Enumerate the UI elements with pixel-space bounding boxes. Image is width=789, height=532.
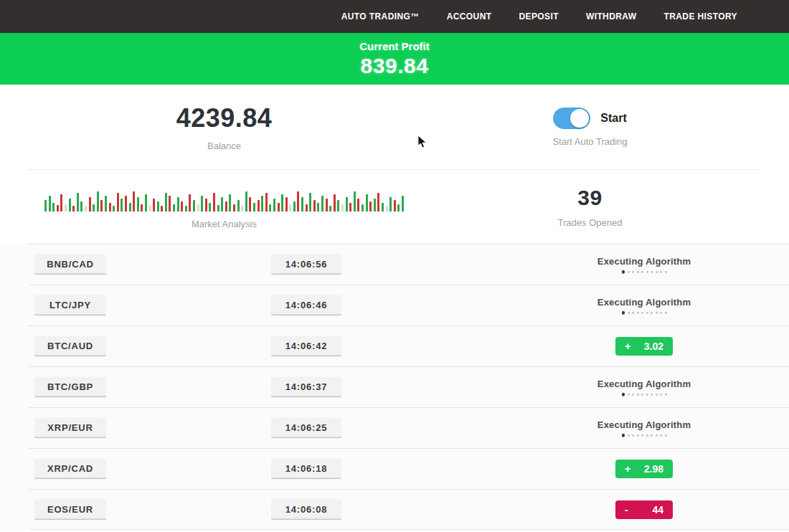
market-bar xyxy=(321,196,323,212)
market-bar xyxy=(269,204,271,212)
market-bar xyxy=(237,200,240,212)
market-bar xyxy=(193,200,195,212)
trade-row: BTC/AUD 14:06:42 +3.02 xyxy=(29,326,789,366)
market-bar xyxy=(213,193,215,212)
stats-section: 4239.84 Balance Start Start Auto Trading… xyxy=(0,85,789,244)
market-bar xyxy=(402,196,404,212)
market-bar xyxy=(337,200,339,212)
market-bar xyxy=(49,196,51,212)
market-bar xyxy=(85,206,87,212)
market-bar xyxy=(201,196,203,212)
market-bar xyxy=(349,203,351,212)
market-bar xyxy=(309,193,311,212)
trade-time: 14:06:56 xyxy=(271,255,341,275)
profit-banner: Current Profit 839.84 xyxy=(0,33,789,85)
market-bar xyxy=(278,203,280,212)
market-bar xyxy=(346,197,348,212)
market-bar xyxy=(329,206,331,212)
market-bar xyxy=(125,196,127,212)
market-bar xyxy=(397,204,400,212)
nav-item-deposit[interactable]: DEPOSIT xyxy=(519,11,558,22)
market-bar xyxy=(44,200,47,212)
market-bar xyxy=(225,201,227,212)
trade-row: EOS/EUR 14:06:08 -44 xyxy=(29,489,789,530)
market-bar xyxy=(253,203,255,212)
nav-item-withdraw[interactable]: WITHDRAW xyxy=(586,11,637,22)
progress-dots xyxy=(622,434,667,437)
market-bar xyxy=(386,206,388,212)
market-analysis-block: Market Analysis xyxy=(29,170,420,244)
market-bar xyxy=(258,200,260,212)
market-bar xyxy=(165,193,167,212)
auto-trading-block: Start Start Auto Trading xyxy=(420,85,760,169)
nav-item-trade-history[interactable]: TRADE HISTORY xyxy=(663,11,737,22)
market-bar xyxy=(89,197,91,212)
executing-label: Executing Algorithm xyxy=(597,379,691,389)
market-bar xyxy=(265,193,268,212)
market-bar xyxy=(326,199,328,212)
market-bar xyxy=(105,196,107,212)
auto-trading-toggle[interactable] xyxy=(553,108,590,129)
market-bar xyxy=(137,197,139,212)
market-bar xyxy=(334,194,336,212)
auto-trading-caption: Start Auto Trading xyxy=(552,136,627,147)
progress-dots xyxy=(622,393,667,396)
market-bar xyxy=(100,200,103,212)
market-bar xyxy=(177,197,179,212)
trades-opened-value: 39 xyxy=(577,186,602,210)
trade-status: -44 xyxy=(588,500,700,519)
nav-item-auto-trading[interactable]: AUTO TRADING™ xyxy=(341,11,420,22)
pair-label: BTC/AUD xyxy=(34,336,106,357)
progress-dots xyxy=(622,311,667,315)
balance-label: Balance xyxy=(207,141,241,151)
market-bar xyxy=(273,199,275,212)
market-bar xyxy=(369,201,372,212)
market-bar xyxy=(93,204,95,212)
market-bar xyxy=(145,194,147,212)
profit-label: Current Profit xyxy=(359,40,430,52)
market-bar xyxy=(221,197,223,212)
top-nav: AUTO TRADING™ ACCOUNT DEPOSIT WITHDRAW T… xyxy=(0,0,789,33)
executing-label: Executing Algorithm xyxy=(597,256,691,267)
market-bar xyxy=(97,191,99,212)
market-bar xyxy=(245,191,247,212)
market-bar xyxy=(205,199,207,212)
market-bar xyxy=(72,206,75,212)
market-bar xyxy=(374,199,376,212)
trade-status: Executing Algorithm xyxy=(588,297,700,315)
market-bar xyxy=(141,204,143,212)
balance-block: 4239.84 Balance xyxy=(29,85,420,169)
market-bar xyxy=(382,203,384,212)
trade-row: BTC/GBP 14:06:37 Executing Algorithm xyxy=(29,366,789,407)
loss-badge: -44 xyxy=(615,500,673,519)
balance-value: 4239.84 xyxy=(176,103,273,133)
market-bar xyxy=(354,191,356,212)
trade-row: LTC/JPY 14:06:46 Executing Algorithm xyxy=(29,285,789,326)
executing-label: Executing Algorithm xyxy=(597,297,691,308)
market-bar xyxy=(241,206,243,212)
market-bar xyxy=(289,205,291,212)
profit-badge: +2.98 xyxy=(615,460,673,478)
market-bar xyxy=(217,205,219,212)
market-bar xyxy=(77,193,79,212)
market-bar xyxy=(133,191,135,212)
market-bar xyxy=(229,194,231,212)
toggle-knob xyxy=(570,109,589,128)
market-bar xyxy=(65,204,67,212)
market-bar xyxy=(121,199,123,212)
market-bar xyxy=(285,197,288,212)
market-bar xyxy=(297,191,299,212)
pair-label: XRP/EUR xyxy=(34,418,106,439)
market-bar xyxy=(149,205,151,212)
market-bar xyxy=(357,199,359,212)
trades-list: BNB/CAD 14:06:56 Executing Algorithm LTC… xyxy=(0,244,789,530)
market-bar xyxy=(209,203,211,212)
market-bar xyxy=(281,194,283,212)
trade-time: 14:06:25 xyxy=(271,418,341,439)
nav-item-account[interactable]: ACCOUNT xyxy=(447,11,492,22)
market-bar xyxy=(233,204,235,212)
executing-label: Executing Algorithm xyxy=(597,419,691,430)
market-bar xyxy=(109,203,111,212)
market-bar xyxy=(57,205,59,212)
trade-time: 14:06:08 xyxy=(271,499,341,520)
